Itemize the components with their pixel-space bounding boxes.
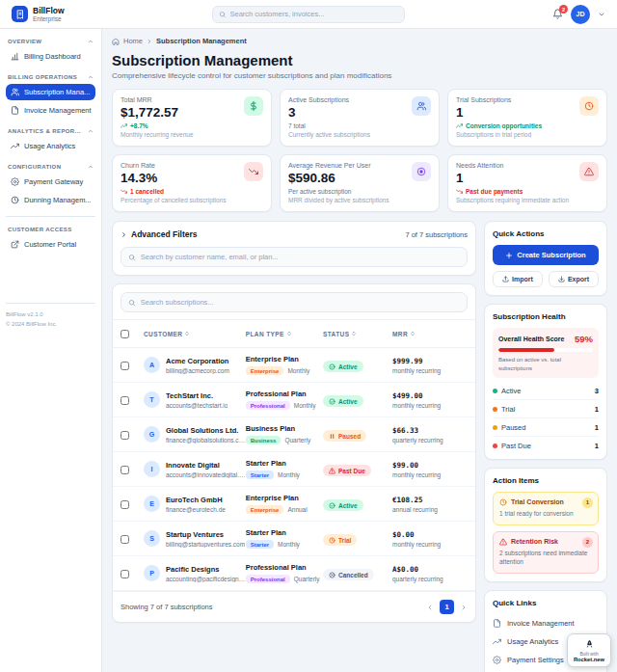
sidebar-item-usage-analytics[interactable]: Usage Analytics <box>6 138 95 154</box>
avatar: S <box>144 530 160 547</box>
sidebar: Overview Billing Dashboard Billing Opera… <box>0 29 102 672</box>
stat-card-total-mrr: Total MRR $1,772.57 +8.7% Monthly recurr… <box>112 89 272 147</box>
sidebar-section-analytics[interactable]: Analytics & Repor... <box>6 126 95 138</box>
stat-change: Conversion opportunities <box>456 122 599 129</box>
breadcrumb-home[interactable]: Home <box>123 37 143 45</box>
export-button[interactable]: Export <box>549 271 599 287</box>
right-rail: Quick Actions Create Subscription Import <box>484 221 607 672</box>
sidebar-item-label: Customer Portal <box>24 240 76 249</box>
sidebar-item-subscription-management[interactable]: Subscription Mana... <box>6 84 95 100</box>
filter-search-input[interactable] <box>141 253 460 261</box>
mrr-value: $0.00 <box>392 530 468 539</box>
main-content: Home Subscription Management Subscriptio… <box>102 29 617 672</box>
stat-label: Needs Attention <box>456 162 599 169</box>
brand[interactable]: BillFlow Enterprise <box>12 6 156 22</box>
page-title: Subscription Management <box>112 52 607 68</box>
breadcrumb-current: Subscription Management <box>156 37 247 45</box>
create-subscription-button[interactable]: Create Subscription <box>493 245 599 265</box>
table-row[interactable]: AAcme Corporationbilling@acmecorp.com En… <box>113 348 475 383</box>
health-row-trial: Trial 1 <box>493 400 599 418</box>
health-score-label: Overall Health Score <box>498 336 564 342</box>
sidebar-item-label: Billing Dashboard <box>24 52 81 61</box>
row-checkbox[interactable] <box>121 535 129 544</box>
action-item-trial-conversion[interactable]: Trial Conversion 1 1 trial ready for con… <box>493 492 599 525</box>
plan-name: Professional Plan <box>246 390 323 398</box>
table-row[interactable]: PPacific Designsaccounting@pacificdesign… <box>113 556 475 591</box>
advanced-filters-toggle[interactable]: Advanced Filters <box>121 229 198 239</box>
column-header-plan-type[interactable]: Plan Type <box>246 331 323 337</box>
trend-down-icon <box>244 162 263 181</box>
row-checkbox[interactable] <box>121 396 129 405</box>
health-row-paused: Paused 1 <box>493 418 599 437</box>
built-with-rocket-badge[interactable]: Built with Rocket.new <box>567 633 611 667</box>
sidebar-footer: BillFlow v2.1.0 © 2024 BillFlow Inc. <box>6 303 95 329</box>
global-search[interactable] <box>212 6 405 23</box>
quick-actions-card: Quick Actions Create Subscription Import <box>484 221 607 296</box>
next-page-button[interactable] <box>460 604 468 611</box>
sidebar-section-configuration[interactable]: Configuration <box>6 162 95 174</box>
stat-label: Average Revenue Per User <box>288 162 431 169</box>
status-badge: Cancelled <box>323 569 374 580</box>
action-item-retention-risk[interactable]: Retention Risk 2 2 subscriptions need im… <box>493 531 599 575</box>
customer-email: billing@startupventures.com <box>166 541 245 548</box>
table-row[interactable]: EEuroTech GmbHfinance@eurotech.de Enterp… <box>113 487 475 522</box>
alert-triangle-icon <box>499 538 507 546</box>
customer-name: EuroTech GmbH <box>166 496 226 504</box>
check-circle-icon <box>329 502 335 509</box>
table-row[interactable]: TTechStart Inc.accounts@techstart.io Pro… <box>113 383 475 417</box>
alert-triangle-icon <box>579 162 599 181</box>
sidebar-item-customer-portal[interactable]: Customer Portal <box>6 236 95 253</box>
section-label: Customer Access <box>8 227 72 232</box>
previous-page-button[interactable] <box>426 604 434 611</box>
chevron-right-icon <box>121 231 127 238</box>
external-link-icon <box>11 240 19 249</box>
column-header-status[interactable]: Status <box>323 331 392 337</box>
row-checkbox[interactable] <box>121 466 129 474</box>
row-checkbox[interactable] <box>121 431 129 440</box>
row-checkbox[interactable] <box>121 500 129 509</box>
stat-description: MRR divided by active subscriptions <box>288 197 431 203</box>
mrr-value: A$0.00 <box>392 565 468 574</box>
stat-value: 14.3% <box>121 171 263 185</box>
avatar: G <box>144 426 160 443</box>
filter-search[interactable] <box>121 247 468 267</box>
rocket-icon <box>584 639 595 650</box>
sidebar-item-payment-gateway[interactable]: Payment Gateway <box>6 174 95 190</box>
plan-name: Business Plan <box>246 424 323 433</box>
page-number[interactable]: 1 <box>440 600 454 614</box>
top-bar: BillFlow Enterprise 2 JD <box>0 0 617 29</box>
customer-email: finance@eurotech.de <box>166 506 226 513</box>
customer-name: Pacific Designs <box>166 565 246 574</box>
table-row[interactable]: IInnovate Digitalaccounts@innovatedigita… <box>113 452 475 487</box>
sidebar-item-dunning-management[interactable]: Dunning Managem... <box>6 192 95 208</box>
chevron-down-icon[interactable] <box>598 11 605 18</box>
column-header-mrr[interactable]: MRR <box>392 331 468 337</box>
avatar[interactable]: JD <box>571 5 590 24</box>
import-button[interactable]: Import <box>493 271 543 287</box>
quick-link-invoice-management[interactable]: Invoice Management <box>493 614 599 632</box>
plan-tier-badge: Professional <box>246 401 290 410</box>
home-icon[interactable] <box>112 38 120 45</box>
sidebar-section-billing-operations[interactable]: Billing Operations <box>6 72 95 84</box>
table-row[interactable]: SStartup Venturesbilling@startupventures… <box>113 522 475 556</box>
global-search-input[interactable] <box>230 10 399 18</box>
table-search[interactable] <box>121 292 468 312</box>
sidebar-item-invoice-management[interactable]: Invoice Management <box>6 102 95 119</box>
search-icon <box>128 299 136 307</box>
billing-cycle: Monthly <box>278 471 300 478</box>
sidebar-section-overview[interactable]: Overview <box>6 37 95 48</box>
column-header-customer[interactable]: Customer <box>144 331 246 337</box>
customer-email: accounts@techstart.io <box>166 402 228 409</box>
billing-cycle: Annual <box>287 506 307 513</box>
table-row[interactable]: GGlobal Solutions Ltd.finance@globalsolu… <box>113 417 475 452</box>
row-checkbox[interactable] <box>121 362 129 370</box>
upload-icon <box>502 276 509 282</box>
notifications-button[interactable]: 2 <box>552 9 563 19</box>
notification-badge: 2 <box>559 5 568 13</box>
table-search-input[interactable] <box>141 298 460 307</box>
row-checkbox[interactable] <box>121 570 129 578</box>
sidebar-item-billing-dashboard[interactable]: Billing Dashboard <box>6 48 95 65</box>
select-all-checkbox[interactable] <box>121 330 129 338</box>
stats-grid: Total MRR $1,772.57 +8.7% Monthly recurr… <box>112 89 607 212</box>
count-badge: 2 <box>582 537 593 548</box>
